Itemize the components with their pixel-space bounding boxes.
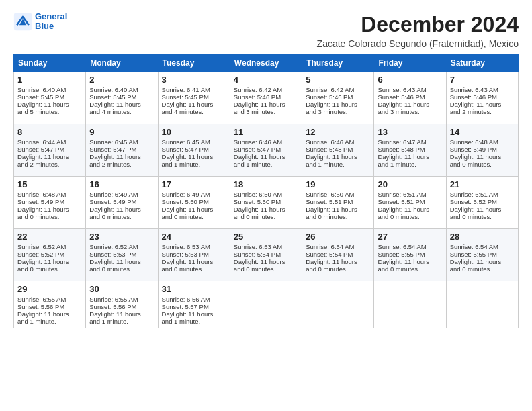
day-info-line: Sunset: 5:52 PM [450, 198, 515, 205]
day-info-line: and 1 minute. [162, 161, 226, 168]
day-info-line: Daylight: 11 hours [162, 205, 226, 213]
day-info-line: and 1 minute. [17, 318, 82, 325]
day-info-line: and 0 minutes. [450, 265, 515, 273]
calendar-cell: 23Sunrise: 6:52 AMSunset: 5:53 PMDayligh… [86, 229, 158, 281]
day-info-line: Daylight: 11 hours [450, 101, 515, 108]
day-info-line: and 1 minute. [378, 161, 442, 168]
logo-text: General Blue [35, 12, 67, 32]
day-info-line: Daylight: 11 hours [234, 101, 298, 108]
page: General Blue December 2024 Zacate Colora… [0, 0, 532, 335]
calendar-header-row: SundayMondayTuesdayWednesdayThursdayFrid… [14, 55, 519, 72]
day-number: 11 [234, 127, 298, 137]
day-number: 31 [162, 284, 226, 294]
day-info-line: Sunrise: 6:54 AM [306, 243, 370, 250]
day-info-line: Sunrise: 6:46 AM [234, 138, 298, 146]
day-number: 19 [306, 179, 370, 189]
day-info-line: and 0 minutes. [162, 265, 226, 273]
day-info-line: Sunrise: 6:47 AM [378, 138, 442, 146]
day-info-line: Sunset: 5:51 PM [306, 198, 370, 205]
day-info-line: Daylight: 11 hours [17, 258, 82, 265]
day-info-line: Sunrise: 6:45 AM [162, 138, 226, 146]
day-info-line: Sunset: 5:47 PM [17, 146, 82, 153]
calendar-cell: 11Sunrise: 6:46 AMSunset: 5:47 PMDayligh… [230, 124, 302, 177]
day-info-line: Sunset: 5:49 PM [450, 146, 515, 153]
day-info-line: Daylight: 11 hours [234, 153, 298, 161]
day-info-line: Daylight: 11 hours [162, 310, 226, 318]
day-info-line: Sunrise: 6:52 AM [89, 243, 154, 250]
calendar-cell: 24Sunrise: 6:53 AMSunset: 5:53 PMDayligh… [158, 229, 230, 281]
calendar-cell: 10Sunrise: 6:45 AMSunset: 5:47 PMDayligh… [158, 124, 230, 177]
day-info-line: Daylight: 11 hours [378, 258, 442, 265]
day-number: 12 [306, 127, 370, 137]
calendar-cell: 28Sunrise: 6:54 AMSunset: 5:55 PMDayligh… [446, 229, 518, 281]
day-info-line: Daylight: 11 hours [378, 205, 442, 213]
day-info-line: Sunrise: 6:52 AM [17, 243, 82, 250]
day-info-line: Sunset: 5:53 PM [162, 250, 226, 258]
day-info-line: Sunrise: 6:44 AM [17, 138, 82, 146]
day-info-line: and 1 minute. [306, 161, 370, 168]
calendar-cell: 9Sunrise: 6:45 AMSunset: 5:47 PMDaylight… [86, 124, 158, 177]
day-info-line: and 0 minutes. [378, 265, 442, 273]
col-header-monday: Monday [86, 55, 158, 72]
day-info-line: Sunrise: 6:43 AM [378, 86, 442, 93]
day-info-line: and 0 minutes. [306, 265, 370, 273]
day-info-line: and 2 minutes. [450, 108, 515, 116]
day-number: 14 [450, 127, 515, 137]
day-number: 29 [17, 284, 82, 294]
day-info-line: Daylight: 11 hours [17, 310, 82, 318]
day-info-line: and 0 minutes. [450, 161, 515, 168]
day-number: 25 [234, 232, 298, 242]
day-info-line: Sunset: 5:47 PM [162, 146, 226, 153]
day-info-line: and 2 minutes. [89, 161, 154, 168]
day-info-line: Sunrise: 6:54 AM [378, 243, 442, 250]
day-info-line: Daylight: 11 hours [450, 205, 515, 213]
main-title: December 2024 [317, 12, 519, 37]
calendar-cell [230, 281, 302, 328]
day-info-line: and 3 minutes. [234, 108, 298, 116]
day-number: 15 [17, 179, 82, 189]
calendar-cell: 27Sunrise: 6:54 AMSunset: 5:55 PMDayligh… [374, 229, 446, 281]
day-info-line: Sunset: 5:46 PM [450, 93, 515, 101]
day-info-line: Daylight: 11 hours [17, 153, 82, 161]
day-info-line: Sunset: 5:47 PM [89, 146, 154, 153]
calendar-week-row: 29Sunrise: 6:55 AMSunset: 5:56 PMDayligh… [14, 281, 519, 328]
day-number: 9 [89, 127, 154, 137]
calendar-week-row: 22Sunrise: 6:52 AMSunset: 5:52 PMDayligh… [14, 229, 519, 281]
day-info-line: Sunrise: 6:49 AM [162, 191, 226, 198]
day-info-line: Daylight: 11 hours [162, 101, 226, 108]
day-number: 18 [234, 179, 298, 189]
day-info-line: Sunrise: 6:41 AM [162, 86, 226, 93]
day-info-line: Sunset: 5:49 PM [89, 198, 154, 205]
day-info-line: and 0 minutes. [450, 213, 515, 220]
day-info-line: Sunrise: 6:51 AM [378, 191, 442, 198]
day-info-line: Daylight: 11 hours [450, 153, 515, 161]
day-info-line: Sunset: 5:46 PM [234, 93, 298, 101]
day-info-line: and 0 minutes. [89, 213, 154, 220]
day-info-line: Sunrise: 6:48 AM [17, 191, 82, 198]
calendar-cell: 20Sunrise: 6:51 AMSunset: 5:51 PMDayligh… [374, 177, 446, 229]
day-number: 20 [378, 179, 442, 189]
calendar-cell: 21Sunrise: 6:51 AMSunset: 5:52 PMDayligh… [446, 177, 518, 229]
day-info-line: Sunset: 5:56 PM [89, 303, 154, 310]
col-header-saturday: Saturday [446, 55, 518, 72]
day-info-line: Daylight: 11 hours [450, 258, 515, 265]
calendar-week-row: 8Sunrise: 6:44 AMSunset: 5:47 PMDaylight… [14, 124, 519, 177]
day-info-line: Sunset: 5:48 PM [378, 146, 442, 153]
day-number: 21 [450, 179, 515, 189]
day-info-line: and 4 minutes. [162, 108, 226, 116]
calendar-cell: 31Sunrise: 6:56 AMSunset: 5:57 PMDayligh… [158, 281, 230, 328]
day-number: 23 [89, 232, 154, 242]
calendar-cell: 4Sunrise: 6:42 AMSunset: 5:46 PMDaylight… [230, 72, 302, 124]
calendar-cell: 2Sunrise: 6:40 AMSunset: 5:45 PMDaylight… [86, 72, 158, 124]
calendar-cell: 22Sunrise: 6:52 AMSunset: 5:52 PMDayligh… [14, 229, 86, 281]
calendar-cell: 8Sunrise: 6:44 AMSunset: 5:47 PMDaylight… [14, 124, 86, 177]
day-info-line: Sunset: 5:53 PM [89, 250, 154, 258]
calendar-cell: 17Sunrise: 6:49 AMSunset: 5:50 PMDayligh… [158, 177, 230, 229]
day-info-line: Daylight: 11 hours [306, 101, 370, 108]
day-info-line: Sunset: 5:46 PM [306, 93, 370, 101]
calendar-cell: 30Sunrise: 6:55 AMSunset: 5:56 PMDayligh… [86, 281, 158, 328]
day-number: 2 [89, 75, 154, 85]
day-number: 4 [234, 75, 298, 85]
day-number: 7 [450, 75, 515, 85]
calendar-cell [302, 281, 374, 328]
